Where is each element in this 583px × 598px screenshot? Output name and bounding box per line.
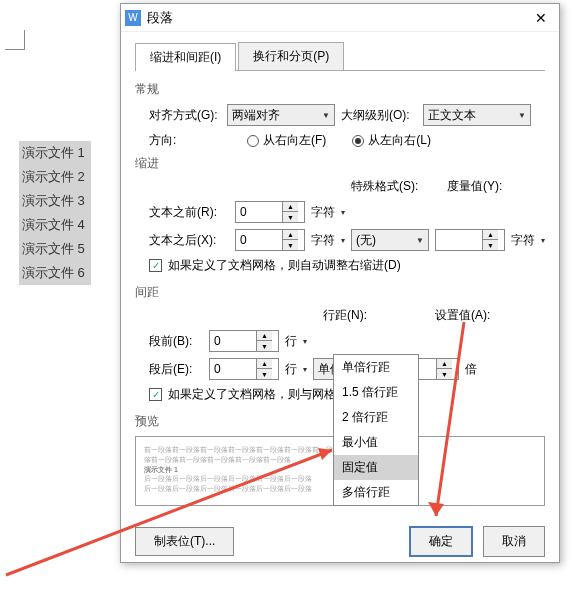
list-item: 演示文件 3 xyxy=(19,189,91,213)
after-para-label: 段后(E): xyxy=(149,361,203,378)
setting-label: 设置值(A): xyxy=(435,307,507,324)
list-item: 演示文件 1 xyxy=(19,141,91,165)
before-para-input[interactable] xyxy=(210,331,256,351)
align-label: 对齐方式(G): xyxy=(149,107,221,124)
chevron-down-icon: ▼ xyxy=(518,111,526,120)
rtl-radio[interactable]: 从右向左(F) xyxy=(247,132,326,149)
chevron-down-icon: ▼ xyxy=(322,111,330,120)
after-para-input[interactable] xyxy=(210,359,256,379)
line-spacing-label: 行距(N): xyxy=(323,307,395,324)
before-text-spinner[interactable]: ▲▼ xyxy=(235,201,305,223)
app-icon: W xyxy=(125,10,141,26)
dropdown-item[interactable]: 多倍行距 xyxy=(334,480,418,505)
ok-button[interactable]: 确定 xyxy=(409,526,473,557)
after-para-spinner[interactable]: ▲▼ xyxy=(209,358,279,380)
direction-label: 方向: xyxy=(149,132,221,149)
dropdown-item[interactable]: 最小值 xyxy=(334,430,418,455)
measure-spinner[interactable]: ▲▼ xyxy=(435,229,505,251)
background-file-list: 演示文件 1 演示文件 2 演示文件 3 演示文件 4 演示文件 5 演示文件 … xyxy=(19,141,91,285)
special-select[interactable]: (无)▼ xyxy=(351,229,429,251)
ltr-radio[interactable]: 从左向右(L) xyxy=(352,132,431,149)
tab-line-page-break[interactable]: 换行和分页(P) xyxy=(238,42,344,70)
before-text-input[interactable] xyxy=(236,202,282,222)
close-button[interactable]: ✕ xyxy=(527,8,555,28)
measure-input[interactable] xyxy=(436,230,482,250)
dropdown-item[interactable]: 1.5 倍行距 xyxy=(334,380,418,405)
indent-grid-checkbox[interactable]: ✓如果定义了文档网格，则自动调整右缩进(D) xyxy=(149,257,401,274)
titlebar: W 段落 ✕ xyxy=(121,4,559,32)
after-text-spinner[interactable]: ▲▼ xyxy=(235,229,305,251)
line-spacing-dropdown: 单倍行距 1.5 倍行距 2 倍行距 最小值 固定值 多倍行距 xyxy=(333,354,419,506)
tabs: 缩进和间距(I) 换行和分页(P) xyxy=(135,42,545,71)
before-text-label: 文本之前(R): xyxy=(149,204,229,221)
section-spacing: 间距 xyxy=(135,284,545,301)
section-general: 常规 xyxy=(135,81,545,98)
align-select[interactable]: 两端对齐▼ xyxy=(227,104,335,126)
after-text-label: 文本之后(X): xyxy=(149,232,229,249)
list-item: 演示文件 5 xyxy=(19,237,91,261)
dialog-title: 段落 xyxy=(147,9,527,27)
after-text-input[interactable] xyxy=(236,230,282,250)
measure-label: 度量值(Y): xyxy=(447,178,519,195)
special-label: 特殊格式(S): xyxy=(351,178,423,195)
list-item: 演示文件 4 xyxy=(19,213,91,237)
tabstop-button[interactable]: 制表位(T)... xyxy=(135,527,234,556)
list-item: 演示文件 6 xyxy=(19,261,91,285)
outline-label: 大纲级别(O): xyxy=(341,107,417,124)
before-para-label: 段前(B): xyxy=(149,333,203,350)
chevron-down-icon: ▼ xyxy=(416,236,424,245)
cancel-button[interactable]: 取消 xyxy=(483,526,545,557)
section-indent: 缩进 xyxy=(135,155,545,172)
spacing-grid-checkbox[interactable]: ✓如果定义了文档网格，则与网格对 xyxy=(149,386,348,403)
tab-indent-spacing[interactable]: 缩进和间距(I) xyxy=(135,43,236,71)
dropdown-item-fixed[interactable]: 固定值 xyxy=(334,455,418,480)
before-para-spinner[interactable]: ▲▼ xyxy=(209,330,279,352)
dropdown-item[interactable]: 2 倍行距 xyxy=(334,405,418,430)
dropdown-item[interactable]: 单倍行距 xyxy=(334,355,418,380)
list-item: 演示文件 2 xyxy=(19,165,91,189)
outline-select[interactable]: 正文文本▼ xyxy=(423,104,531,126)
